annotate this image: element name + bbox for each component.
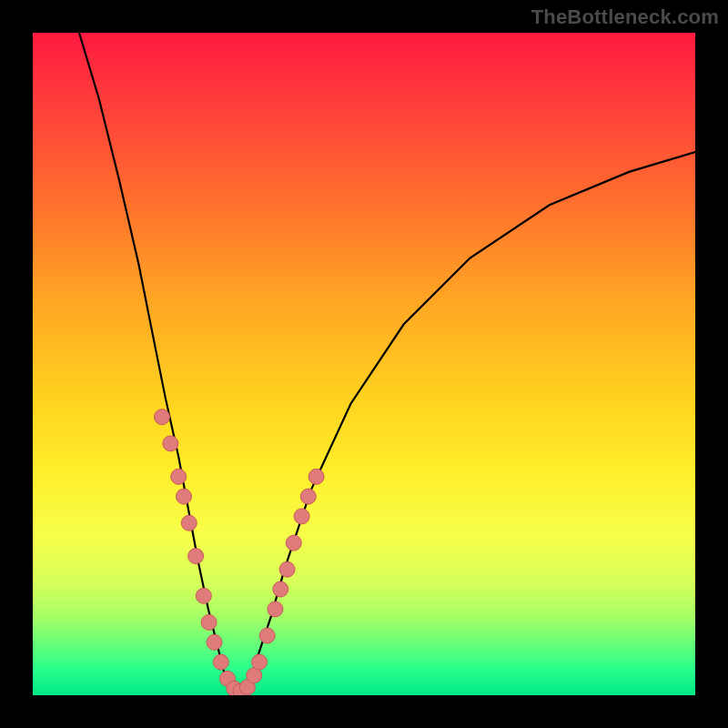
chart-frame: TheBottleneck.com <box>0 0 728 728</box>
data-point <box>188 549 204 564</box>
plot-area <box>33 33 695 695</box>
curve-svg <box>33 33 695 695</box>
data-point <box>273 581 288 597</box>
bottleneck-curve <box>79 33 695 692</box>
data-point <box>294 509 309 524</box>
data-point <box>308 469 324 484</box>
data-point <box>201 614 217 630</box>
data-point <box>300 489 316 504</box>
data-point <box>163 436 178 451</box>
data-point <box>196 588 211 603</box>
watermark-text: TheBottleneck.com <box>531 5 719 29</box>
data-point <box>252 654 268 670</box>
data-points <box>155 410 325 695</box>
data-point <box>268 602 283 617</box>
data-point <box>177 489 192 504</box>
data-point <box>279 561 295 577</box>
data-point <box>181 515 197 531</box>
data-point <box>207 634 222 650</box>
data-point <box>259 628 275 643</box>
data-point <box>286 535 301 551</box>
data-point <box>213 654 228 670</box>
data-point <box>155 410 170 425</box>
data-point <box>171 469 187 484</box>
